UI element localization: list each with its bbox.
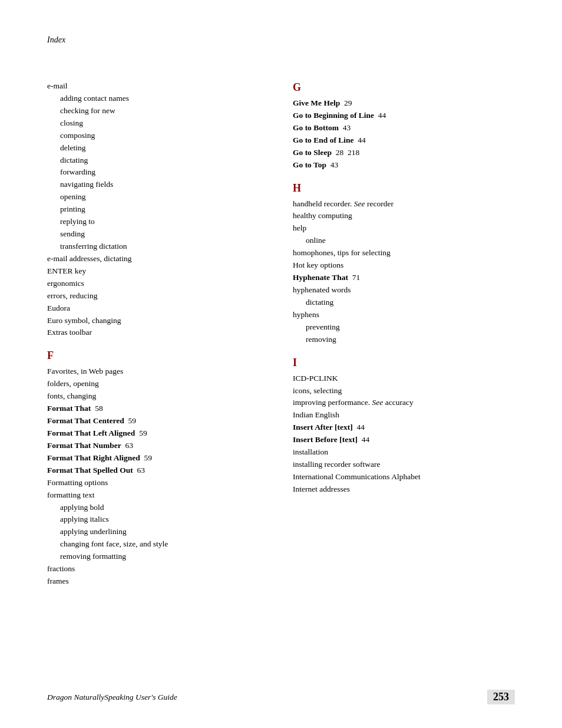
h-section: H handheld recorder. See recorder health…	[293, 182, 515, 346]
indian-english-entry: Indian English	[293, 409, 515, 421]
email-sub-dictating: dictating	[47, 154, 269, 167]
handheld-entry: handheld recorder. See recorder	[293, 198, 515, 210]
columns: e-mail adding contact names checking for…	[47, 80, 515, 598]
icons-entry: icons, selecting	[293, 385, 515, 397]
email-sub-sending: sending	[47, 228, 269, 241]
formatting-underlining-entry: applying underlining	[47, 526, 269, 538]
email-sub-transferring: transferring dictation	[47, 241, 269, 253]
email-sub-deleting: deleting	[47, 142, 269, 154]
h-letter: H	[293, 182, 515, 195]
email-sub-closing: closing	[47, 117, 269, 130]
email-addresses-entry: e-mail addresses, dictating	[47, 253, 269, 265]
index-title: Index	[47, 35, 515, 45]
hyphenated-dictating-entry: dictating	[293, 297, 515, 309]
healthy-entry: healthy computing	[293, 210, 515, 222]
format-that-entry: Format That 58	[47, 403, 269, 415]
insert-before-entry: Insert Before [text] 44	[293, 434, 515, 446]
improving-entry: improving performance. See accuracy	[293, 397, 515, 409]
eudora-entry: Eudora	[47, 302, 269, 315]
errors-entry: errors, reducing	[47, 290, 269, 302]
insert-after-entry: Insert After [text] 44	[293, 421, 515, 434]
footer-title: Dragon NaturallySpeaking User's Guide	[47, 693, 177, 702]
hyphens-entry: hyphens	[293, 309, 515, 321]
email-entry: e-mail	[47, 80, 269, 93]
formatting-options-entry: Formatting options	[47, 477, 269, 489]
page: Index e-mail adding contact names checki…	[0, 0, 562, 728]
format-that-right-aligned-entry: Format That Right Aligned 59	[47, 452, 269, 465]
help-online-entry: online	[293, 235, 515, 247]
extras-entry: Extras toolbar	[47, 327, 269, 339]
help-entry: help	[293, 222, 515, 235]
email-section: e-mail adding contact names checking for…	[47, 80, 269, 339]
email-sub-forwarding: forwarding	[47, 166, 269, 179]
left-column: e-mail adding contact names checking for…	[47, 80, 269, 598]
format-that-centered-entry: Format That Centered 59	[47, 415, 269, 427]
format-that-spelled-out-entry: Format That Spelled Out 63	[47, 465, 269, 477]
give-me-help-entry: Give Me Help 29	[293, 97, 515, 110]
email-sub-adding: adding contact names	[47, 93, 269, 105]
format-that-left-aligned-entry: Format That Left Aligned 59	[47, 427, 269, 440]
euro-entry: Euro symbol, changing	[47, 315, 269, 327]
f-letter: F	[47, 350, 269, 362]
right-column: G Give Me Help 29 Go to Beginning of Lin…	[293, 80, 515, 598]
go-to-sleep-entry: Go to Sleep 28 218	[293, 147, 515, 159]
installing-recorder-entry: installing recorder software	[293, 459, 515, 471]
email-sub-composing: composing	[47, 130, 269, 142]
hyphenate-that-entry: Hyphenate That 71	[293, 272, 515, 284]
email-sub-replying: replying to	[47, 216, 269, 228]
folders-entry: folders, opening	[47, 378, 269, 390]
i-letter: I	[293, 357, 515, 369]
f-section: F Favorites, in Web pages folders, openi…	[47, 350, 269, 588]
page-number: 253	[493, 691, 509, 703]
internet-addresses-entry: Internet addresses	[293, 483, 515, 496]
formatting-bold-entry: applying bold	[47, 502, 269, 514]
installation-entry: installation	[293, 446, 515, 459]
email-sub-opening: opening	[47, 191, 269, 203]
ergonomics-entry: ergonomics	[47, 278, 269, 290]
go-to-top-entry: Go to Top 43	[293, 159, 515, 172]
email-sub-printing: printing	[47, 203, 269, 216]
hyphenated-words-entry: hyphenated words	[293, 284, 515, 297]
hyphens-removing-entry: removing	[293, 334, 515, 346]
hyphens-preventing-entry: preventing	[293, 321, 515, 334]
international-comms-entry: International Communications Alphabet	[293, 471, 515, 483]
go-to-bottom-entry: Go to Bottom 43	[293, 122, 515, 134]
page-number-box: 253	[487, 690, 515, 704]
email-sub-checking: checking for new	[47, 105, 269, 117]
i-section: I ICD-PCLINK icons, selecting improving …	[293, 357, 515, 496]
frames-entry: frames	[47, 575, 269, 588]
go-to-end-entry: Go to End of Line 44	[293, 134, 515, 147]
g-letter: G	[293, 81, 515, 94]
formatting-italics-entry: applying italics	[47, 513, 269, 526]
icd-entry: ICD-PCLINK	[293, 373, 515, 385]
fractions-entry: fractions	[47, 563, 269, 575]
email-sub-navigating: navigating fields	[47, 179, 269, 191]
format-that-number-entry: Format That Number 63	[47, 440, 269, 452]
enter-key-entry: ENTER key	[47, 265, 269, 278]
page-footer: Dragon NaturallySpeaking User's Guide 25…	[47, 690, 515, 704]
formatting-font-face-entry: changing font face, size, and style	[47, 538, 269, 551]
formatting-removing-entry: removing formatting	[47, 551, 269, 563]
hot-key-entry: Hot key options	[293, 259, 515, 272]
fonts-entry: fonts, changing	[47, 390, 269, 403]
go-to-beginning-entry: Go to Beginning of Line 44	[293, 110, 515, 122]
favorites-entry: Favorites, in Web pages	[47, 365, 269, 378]
g-section: G Give Me Help 29 Go to Beginning of Lin…	[293, 81, 515, 172]
formatting-text-entry: formatting text	[47, 489, 269, 502]
homophones-entry: homophones, tips for selecting	[293, 247, 515, 259]
